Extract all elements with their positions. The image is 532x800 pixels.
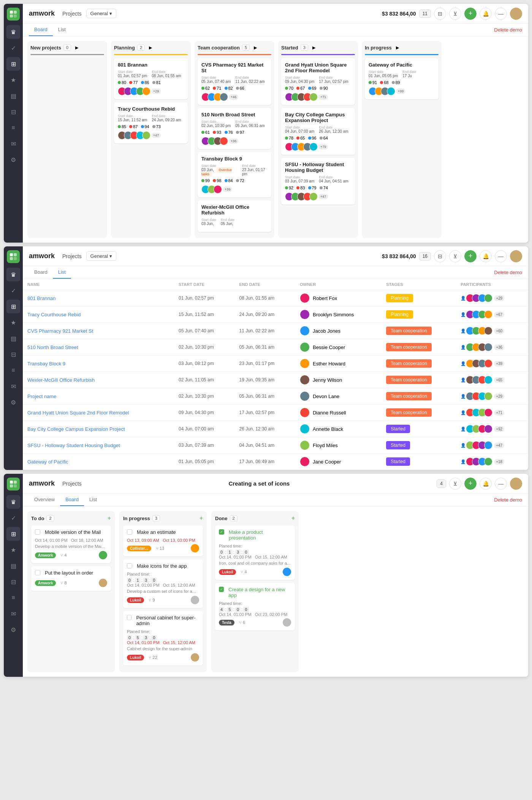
sidebar-icon-star-3[interactable]: ★ (6, 543, 20, 557)
task-icons-app[interactable]: Make icons for the app Planed time: 0: 1… (123, 559, 203, 608)
filter-dropdown-1[interactable]: General ▾ (86, 9, 116, 18)
header-nav-projects-1[interactable]: Projects (62, 11, 82, 17)
sidebar-icon-settings-3[interactable]: ⚙ (6, 623, 20, 637)
project-link[interactable]: CVS Pharmacy 921 Market St (27, 328, 93, 334)
sidebar-icon-chart-3[interactable]: ▤ (6, 559, 20, 573)
table-row[interactable]: Wexler-McGill Office Refurbish02 Jun, 11… (23, 372, 528, 388)
add-button-2[interactable]: + (464, 250, 477, 262)
icon-btn-bell-1[interactable]: 🔔 (480, 8, 492, 20)
icon-btn-minus-2[interactable]: — (495, 250, 507, 262)
sidebar-icon-star-2[interactable]: ★ (6, 316, 20, 329)
logo3[interactable] (7, 478, 20, 490)
add-button-3[interactable]: + (464, 478, 477, 490)
table-row[interactable]: Gateway of Pacific01 Jun, 05:05 pm17 Jun… (23, 454, 528, 470)
col-arrow-new[interactable]: ▶ (73, 44, 80, 51)
tab-list-2[interactable]: List (53, 266, 71, 279)
user-avatar-2[interactable] (510, 250, 522, 262)
project-link[interactable]: Bay City College Campus Expansion Projec… (27, 426, 125, 432)
task-col-add-todo[interactable]: + (108, 515, 111, 522)
task-personal-cabinet[interactable]: Personal cabinet for super-admin Planed … (123, 611, 203, 665)
sidebar-icon-grid-3[interactable]: ⊞ (6, 527, 20, 541)
sidebar-icon-mail[interactable]: ✉ (6, 137, 20, 151)
tab-list-1[interactable]: List (53, 24, 71, 36)
header-nav-projects-2[interactable]: Projects (62, 253, 82, 259)
task-layout[interactable]: Put the layout in order Amwork ⑂ 8 (31, 566, 111, 591)
icon-btn-sort-1[interactable]: ⊻ (449, 8, 461, 20)
table-row[interactable]: Tracy Courthouse Rebid15 Jun, 11:52 am24… (23, 306, 528, 323)
project-link[interactable]: 801 Brannan (27, 295, 55, 301)
project-link[interactable]: SFSU - Holloway Student Housing Budget (27, 443, 120, 448)
table-row[interactable]: SFSU - Holloway Student Housing Budget03… (23, 437, 528, 454)
add-button-1[interactable]: + (464, 8, 477, 20)
icon-btn-minus-1[interactable]: — (495, 8, 507, 20)
col-arrow-team[interactable]: ▶ (252, 44, 259, 51)
tab-overview-3[interactable]: Overview (29, 494, 60, 506)
card-sfsu[interactable]: SFSU - Holloway Student Housing Budget S… (281, 158, 355, 205)
task-cb-1[interactable] (35, 529, 40, 535)
card-transbay[interactable]: Transbay Block 9 Start date03 Jun, Overd… (198, 152, 271, 197)
sidebar-icon-mail-2[interactable]: ✉ (6, 379, 20, 393)
card-cvs[interactable]: CVS Pharmacy 921 Market St Start date05 … (198, 58, 271, 105)
sidebar-icon-layers-2[interactable]: ⊟ (6, 348, 20, 361)
table-row[interactable]: Grand Hyatt Union Square 2nd Floor Remod… (23, 405, 528, 421)
header-nav-projects-3[interactable]: Projects (62, 481, 82, 487)
project-link[interactable]: 510 North Broad Street (27, 344, 78, 350)
delete-demo-3[interactable]: Delete demo (494, 497, 522, 503)
sidebar-icon-settings[interactable]: ⚙ (6, 153, 20, 167)
tab-list-3[interactable]: List (84, 494, 102, 506)
sidebar-icon-crown-3[interactable]: ♛ (6, 495, 20, 509)
task-cb-7[interactable]: ✓ (219, 587, 224, 592)
task-mobile-mail[interactable]: Mobile version of the Mail Oct 14, 01:00… (31, 525, 111, 563)
card-bay-city[interactable]: Bay City College Campus Expansion Projec… (281, 108, 355, 155)
project-link[interactable]: Project name (27, 394, 57, 399)
sidebar-icon-chart-2[interactable]: ▤ (6, 332, 20, 345)
sidebar-icon-crown[interactable]: ♛ (6, 25, 20, 39)
project-link[interactable]: Grand Hyatt Union Square 2nd Floor Remod… (27, 410, 129, 416)
project-link[interactable]: Gateway of Pacific (27, 459, 68, 465)
icon-btn-minus-3[interactable]: — (495, 478, 507, 490)
task-col-add-ip[interactable]: + (200, 515, 203, 522)
card-tracy[interactable]: Tracy Courthouse Rebid Start date15 Jun,… (114, 102, 188, 143)
sidebar-icon-check[interactable]: ✓ (6, 41, 20, 55)
sidebar-icon-settings-2[interactable]: ⚙ (6, 395, 20, 409)
icon-btn-bell-3[interactable]: 🔔 (480, 478, 492, 490)
sidebar-icon-layers[interactable]: ⊟ (6, 105, 20, 119)
table-row[interactable]: Transbay Block 903 Jun, 08:12 pm23 Jun, … (23, 356, 528, 372)
sidebar-icon-star[interactable]: ★ (6, 73, 20, 87)
table-row[interactable]: Project name02 Jun, 10:30 pm05 Jun, 06:3… (23, 388, 528, 405)
icon-btn-sort-2[interactable]: ⊻ (449, 250, 461, 262)
sidebar-icon-crown-2[interactable]: ♛ (6, 268, 20, 281)
sidebar-icon-list[interactable]: ≡ (6, 121, 20, 135)
icon-btn-bell-2[interactable]: 🔔 (480, 250, 492, 262)
task-cb-5[interactable] (127, 615, 131, 620)
delete-demo-1[interactable]: Delete demo (494, 27, 522, 33)
sidebar-icon-check-3[interactable]: ✓ (6, 511, 20, 525)
delete-demo-2[interactable]: Delete demo (494, 270, 522, 275)
tab-board-1[interactable]: Board (29, 24, 53, 36)
task-cb-3[interactable] (127, 529, 132, 535)
task-product-pres[interactable]: ✓ Make a product presentation Planed tim… (215, 525, 295, 580)
task-col-add-done[interactable]: + (291, 515, 295, 522)
table-row[interactable]: 510 North Broad Street02 Jun, 10:30 pm05… (23, 339, 528, 356)
icon-btn-filter-1[interactable]: ⊟ (434, 8, 446, 20)
task-estimate[interactable]: Make an estimate Oct 13, 09:00 AM Oct 13… (123, 525, 203, 556)
col-arrow-planning[interactable]: ▶ (147, 44, 154, 51)
icon-btn-sort-3[interactable]: ⊻ (449, 478, 461, 490)
sidebar-icon-list-2[interactable]: ≡ (6, 363, 20, 377)
card-801-brannan[interactable]: 801 Brannan Start date01 Jun, 02:57 pm E… (114, 58, 188, 99)
icon-btn-filter-2[interactable]: ⊟ (434, 250, 446, 262)
task-design-app[interactable]: ✓ Create a design for a new app Planed t… (215, 583, 295, 630)
logo1[interactable] (7, 8, 20, 21)
card-grand-hyatt[interactable]: Grand Hyatt Union Square 2nd Floor Remod… (281, 58, 355, 105)
filter-dropdown-2[interactable]: General ▾ (86, 251, 116, 261)
task-cb-4[interactable] (127, 563, 132, 568)
project-link[interactable]: Wexler-McGill Office Refurbish (27, 377, 95, 383)
table-row[interactable]: 801 Brannan01 Jun, 02:57 pm08 Jun, 01:55… (23, 290, 528, 306)
project-link[interactable]: Transbay Block 9 (27, 361, 65, 367)
tab-board-2[interactable]: Board (29, 266, 53, 279)
sidebar-icon-check-2[interactable]: ✓ (6, 284, 20, 297)
table-row[interactable]: Bay City College Campus Expansion Projec… (23, 421, 528, 437)
sidebar-icon-grid-2[interactable]: ⊞ (6, 300, 20, 313)
task-cb-6[interactable]: ✓ (219, 529, 224, 535)
sidebar-icon-mail-3[interactable]: ✉ (6, 607, 20, 621)
